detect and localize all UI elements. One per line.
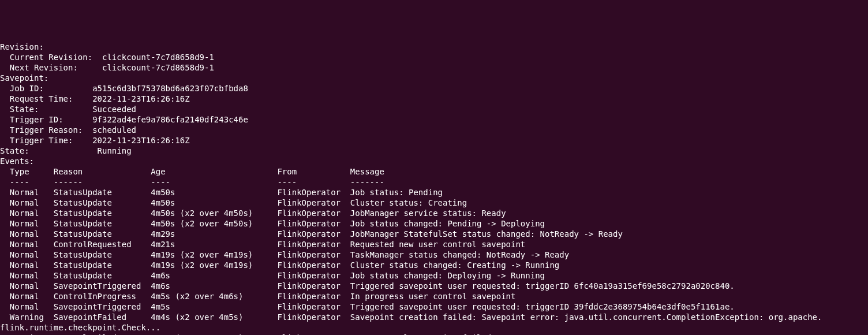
terminal-line: Normal StatusUpdate 4m19s (x2 over 4m19s… xyxy=(0,250,868,260)
terminal-line: Warning ControlFailed 4m4s (x2 over 4m5s… xyxy=(0,333,868,335)
terminal-line: Trigger Time: 2022-11-23T16:26:16Z xyxy=(0,135,868,146)
terminal-line: Normal ControlRequested 4m21s FlinkOpera… xyxy=(0,239,868,250)
terminal-line: Next Revision: clickcount-7c7d8658d9-1 xyxy=(0,62,868,73)
terminal-line: Normal StatusUpdate 4m50s (x2 over 4m50s… xyxy=(0,218,868,229)
terminal-output: Revision: Current Revision: clickcount-7… xyxy=(0,42,868,335)
terminal-line: Normal StatusUpdate 4m29s FlinkOperator … xyxy=(0,229,868,239)
terminal-line: ---- ------ ---- ---- ------- xyxy=(0,177,868,187)
terminal-line: Normal StatusUpdate 4m50s FlinkOperator … xyxy=(0,198,868,208)
terminal-line: Job ID: a515c6d3bf75378bd6a623f07cbfbda8 xyxy=(0,83,868,94)
terminal-line: flink.runtime.checkpoint.Check... xyxy=(0,322,868,333)
terminal-line: Normal StatusUpdate 4m6s FlinkOperator J… xyxy=(0,270,868,281)
terminal-line: State: Succeeded xyxy=(0,104,868,114)
terminal-line: Normal SavepointTriggered 4m5s FlinkOper… xyxy=(0,302,868,312)
terminal-line: Trigger ID: 9f322ad4efe9a786cfa2140df243… xyxy=(0,114,868,125)
terminal-line: Events: xyxy=(0,156,868,166)
terminal-line: Type Reason Age From Message xyxy=(0,166,868,177)
terminal-line: Trigger Reason: scheduled xyxy=(0,125,868,135)
terminal-line: Normal StatusUpdate 4m19s (x2 over 4m19s… xyxy=(0,260,868,270)
terminal-line: Warning SavepointFailed 4m4s (x2 over 4m… xyxy=(0,312,868,322)
terminal-line: Request Time: 2022-11-23T16:26:16Z xyxy=(0,94,868,104)
terminal-line: State: Running xyxy=(0,146,868,156)
terminal-line: Savepoint: xyxy=(0,73,868,83)
terminal-line: Revision: xyxy=(0,42,868,52)
terminal-line: Normal ControlInProgress 4m5s (x2 over 4… xyxy=(0,291,868,302)
terminal-line: Normal StatusUpdate 4m50s (x2 over 4m50s… xyxy=(0,208,868,218)
terminal-line: Normal SavepointTriggered 4m6s FlinkOper… xyxy=(0,281,868,291)
terminal-line: Normal StatusUpdate 4m50s FlinkOperator … xyxy=(0,187,868,198)
terminal-line: Current Revision: clickcount-7c7d8658d9-… xyxy=(0,52,868,62)
